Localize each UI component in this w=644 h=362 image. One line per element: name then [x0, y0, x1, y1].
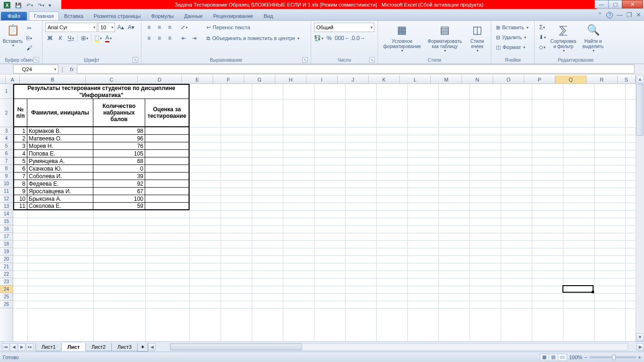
row-header-4[interactable]: 4 [0, 135, 13, 142]
cell-num-4[interactable]: 4 [13, 150, 27, 157]
undo-icon[interactable]: ↶▾ [25, 1, 35, 9]
tab-page-layout[interactable]: Разметка страницы [89, 11, 146, 20]
hscroll-right-icon[interactable]: ▶ [636, 343, 644, 351]
select-all-corner[interactable] [0, 75, 6, 83]
col-header-J[interactable]: J [338, 75, 369, 83]
col-header-F[interactable]: F [213, 75, 244, 83]
increase-indent-icon[interactable]: ⇥ [190, 33, 199, 43]
merge-center-button[interactable]: ⧉Объединить и поместить в центре▾ [205, 33, 301, 43]
header-score[interactable]: Количество набранных балов [93, 99, 145, 127]
table-title[interactable]: Результаты тестирования студентов по дис… [13, 84, 190, 99]
col-header-C[interactable]: C [86, 75, 138, 83]
horizontal-scrollbar[interactable] [170, 343, 628, 351]
cell-grade-8[interactable] [145, 180, 190, 188]
col-header-Q[interactable]: Q [555, 75, 586, 83]
zoom-in-button[interactable]: + [638, 354, 641, 360]
row-header-8[interactable]: 8 [0, 165, 13, 173]
font-name-combo[interactable]: Arial Cyr [45, 23, 97, 32]
cell-grade-4[interactable] [145, 150, 190, 157]
cell-name-11[interactable]: Соколова Е. [27, 203, 93, 210]
font-color-button[interactable]: A▾ [104, 33, 113, 43]
row-header-9[interactable]: 9 [0, 173, 13, 180]
spreadsheet-grid[interactable]: ABCDEFGHIJKLMNOPQRS 12345678910111213141… [0, 75, 636, 341]
copy-icon[interactable]: ⎘▾ [25, 33, 34, 43]
col-header-N[interactable]: N [462, 75, 493, 83]
cell-num-3[interactable]: 3 [13, 142, 27, 150]
sheet-tab-Лист3[interactable]: Лист3 [111, 343, 138, 351]
zoom-slider[interactable] [589, 356, 636, 358]
col-header-K[interactable]: K [369, 75, 400, 83]
cell-score-7[interactable]: 39 [93, 173, 145, 180]
col-header-L[interactable]: L [400, 75, 431, 83]
cell-name-10[interactable]: Брыксина А. [27, 195, 93, 203]
row-header-18[interactable]: 18 [0, 240, 13, 248]
italic-button[interactable]: К [56, 33, 65, 43]
align-right-icon[interactable]: ≡ [165, 33, 174, 43]
sheet-nav-next-icon[interactable]: ▶ [18, 343, 25, 351]
row-header-20[interactable]: 20 [0, 255, 13, 263]
sheet-tab-Лист1[interactable]: Лист1 [35, 343, 62, 351]
view-normal-icon[interactable]: ▦ [540, 354, 549, 361]
sort-filter-button[interactable]: ⅀Сортировка и фильтр▾ [549, 22, 578, 54]
wrap-text-button[interactable]: ↩Перенос текста [205, 23, 301, 32]
cell-grade-11[interactable] [145, 203, 190, 210]
col-header-R[interactable]: R [586, 75, 618, 83]
view-page-break-icon[interactable]: ▭ [558, 354, 567, 361]
row-header-7[interactable]: 7 [0, 157, 13, 165]
vertical-scrollbar[interactable]: ▲ ▼ [636, 75, 644, 341]
cut-icon[interactable]: ✂ [25, 24, 34, 33]
font-size-combo[interactable]: 10 [98, 23, 115, 32]
cell-grade-7[interactable] [145, 173, 190, 180]
cell-score-8[interactable]: 92 [93, 180, 145, 188]
view-page-layout-icon[interactable]: ▤ [549, 354, 558, 361]
format-painter-icon[interactable]: 🖌 [25, 43, 34, 53]
align-top-icon[interactable]: ≡ [144, 23, 154, 32]
increase-decimal-icon[interactable]: ←.0 [345, 33, 355, 43]
row-header-6[interactable]: 6 [0, 150, 13, 157]
cell-name-7[interactable]: Соболева И. [27, 173, 93, 180]
formula-input[interactable] [77, 65, 635, 74]
hscroll-left-icon[interactable]: ◀ [148, 343, 156, 351]
col-header-O[interactable]: O [493, 75, 524, 83]
cell-score-1[interactable]: 98 [93, 127, 145, 135]
cell-score-4[interactable]: 105 [93, 150, 145, 157]
tab-view[interactable]: Вид [258, 11, 278, 20]
cell-name-8[interactable]: Федяева Е. [27, 180, 93, 188]
row-header-5[interactable]: 5 [0, 142, 13, 150]
cell-grade-5[interactable] [145, 157, 190, 165]
fx-label[interactable]: fx [70, 66, 74, 72]
cell-grade-1[interactable] [145, 127, 190, 135]
number-format-combo[interactable]: Общий [314, 23, 374, 32]
row-header-19[interactable]: 19 [0, 248, 13, 255]
row-header-10[interactable]: 10 [0, 180, 13, 188]
cell-name-4[interactable]: Попова Е. [27, 150, 93, 157]
col-header-A[interactable]: A [6, 75, 20, 83]
maximize-button[interactable]: ▢ [608, 0, 622, 8]
cell-num-6[interactable]: 6 [13, 165, 27, 173]
cell-name-5[interactable]: Румянцева А. [27, 157, 93, 165]
cell-name-9[interactable]: Ярославцева И. [27, 188, 93, 195]
cell-num-9[interactable]: 9 [13, 188, 27, 195]
cell-num-5[interactable]: 5 [13, 157, 27, 165]
row-header-12[interactable]: 12 [0, 195, 13, 203]
alignment-launcher[interactable]: ⤡ [302, 57, 308, 63]
cell-grade-2[interactable] [145, 135, 190, 142]
row-header-14[interactable]: 14 [0, 210, 13, 218]
window-close-icon[interactable]: ✕ [636, 11, 641, 18]
row-header-22[interactable]: 22 [0, 271, 13, 278]
new-sheet-button[interactable]: ✦ [137, 343, 148, 352]
row-header-11[interactable]: 11 [0, 188, 13, 195]
name-box[interactable]: Q24 [13, 65, 58, 74]
col-header-G[interactable]: G [244, 75, 275, 83]
tab-formulas[interactable]: Формулы [146, 11, 179, 20]
font-launcher[interactable]: ⤡ [132, 57, 138, 63]
comma-icon[interactable]: 000 [335, 33, 344, 43]
sheet-tab-Лист2[interactable]: Лист2 [85, 343, 112, 351]
row-header-21[interactable]: 21 [0, 263, 13, 271]
tab-insert[interactable]: Вставка [59, 11, 89, 20]
header-grade[interactable]: Оценка за тестирование [145, 99, 190, 127]
zoom-thumb[interactable] [612, 354, 616, 360]
cell-num-10[interactable]: 10 [13, 195, 27, 203]
row-header-3[interactable]: 3 [0, 127, 13, 135]
clipboard-launcher[interactable]: ⤡ [33, 57, 39, 63]
